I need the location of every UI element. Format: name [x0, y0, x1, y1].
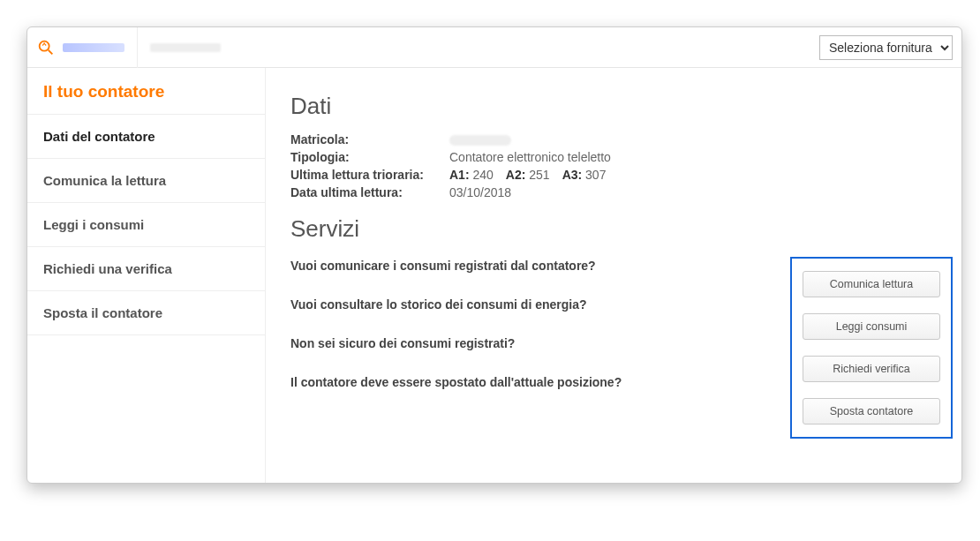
value-trioraria: A1: 240 A2: 251 A3: 307 — [449, 168, 937, 182]
label-tipologia: Tipologia: — [290, 150, 449, 164]
topbar: Seleziona fornitura — [27, 27, 961, 68]
a2-value: 251 — [529, 168, 549, 182]
actions-highlight-box: Comunica lettura Leggi consumi Richiedi … — [790, 257, 953, 439]
sidebar-item-label: Dati del contatore — [43, 129, 155, 144]
topbar-divider — [137, 27, 138, 68]
label-ultima-lettura: Ultima lettura trioraria: — [290, 168, 449, 182]
sidebar-item-label: Richiedi una verifica — [43, 261, 172, 276]
svg-line-1 — [49, 49, 53, 54]
logo-text-placeholder — [63, 43, 124, 52]
sidebar-item-label: Leggi i consumi — [43, 217, 144, 232]
label-data-ultima: Data ultima lettura: — [290, 185, 449, 199]
sposta-contatore-button[interactable]: Sposta contatore — [803, 398, 940, 425]
sidebar-item-comunica-lettura[interactable]: Comunica la lettura — [27, 159, 265, 203]
app-window: Seleziona fornitura Il tuo contatore Dat… — [26, 26, 962, 484]
meter-data-grid: Matricola: Tipologia: Contatore elettron… — [290, 132, 937, 199]
supply-select[interactable]: Seleziona fornitura — [819, 35, 953, 60]
sidebar-item-sposta-contatore[interactable]: Sposta il contatore — [27, 291, 265, 335]
sidebar: Il tuo contatore Dati del contatore Comu… — [27, 68, 266, 483]
matricola-placeholder — [449, 135, 511, 146]
section-heading-servizi: Servizi — [290, 215, 937, 243]
a2-label: A2: — [506, 168, 526, 182]
a1-value: 240 — [472, 168, 493, 182]
a3-value: 307 — [585, 168, 606, 182]
svg-point-0 — [40, 41, 49, 50]
value-tipologia: Contatore elettronico teleletto — [449, 150, 937, 164]
sidebar-item-label: Sposta il contatore — [43, 305, 162, 320]
section-heading-dati: Dati — [290, 93, 937, 120]
bulb-search-icon — [36, 38, 56, 57]
label-matricola: Matricola: — [290, 132, 449, 147]
leggi-consumi-button[interactable]: Leggi consumi — [803, 313, 940, 340]
sidebar-item-dati-contatore[interactable]: Dati del contatore — [27, 115, 265, 159]
a1-label: A1: — [449, 168, 470, 182]
greeting-placeholder — [150, 43, 221, 52]
a3-label: A3: — [562, 168, 583, 182]
sidebar-item-richiedi-verifica[interactable]: Richiedi una verifica — [27, 247, 265, 291]
value-matricola — [449, 132, 937, 147]
main-content: Dati Matricola: Tipologia: Contatore ele… — [266, 68, 961, 483]
sidebar-item-leggi-consumi[interactable]: Leggi i consumi — [27, 203, 265, 247]
richiedi-verifica-button[interactable]: Richiedi verifica — [803, 356, 940, 382]
sidebar-item-label: Comunica la lettura — [43, 173, 166, 188]
comunica-lettura-button[interactable]: Comunica lettura — [803, 271, 940, 297]
body: Il tuo contatore Dati del contatore Comu… — [27, 68, 961, 483]
sidebar-title: Il tuo contatore — [27, 68, 265, 115]
value-data-ultima: 03/10/2018 — [449, 185, 937, 199]
